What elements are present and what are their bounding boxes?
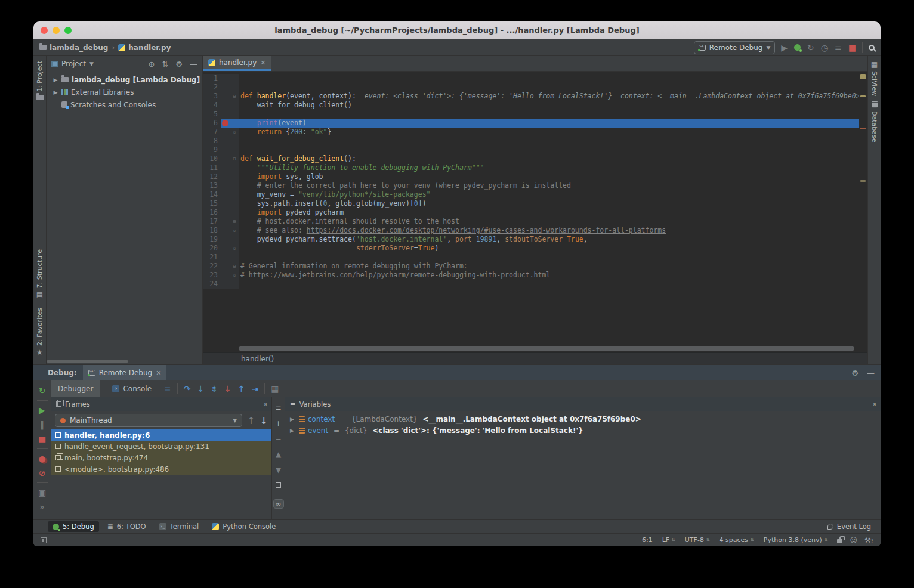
step-out-icon[interactable]: ↑ <box>238 385 245 393</box>
breakpoint-gutter[interactable] <box>221 154 230 163</box>
code-text[interactable]: """Utility function to enable debugging … <box>239 163 859 172</box>
code-text[interactable] <box>239 280 859 289</box>
code-line[interactable]: 23▫# https://www.jetbrains.com/help/pych… <box>203 271 859 280</box>
code-text[interactable]: pydevd_pycharm.settrace('host.docker.int… <box>239 235 859 244</box>
event-log-button[interactable]: Event Log <box>827 522 876 531</box>
fold-marker-icon[interactable]: ▫ <box>230 128 239 137</box>
code-text[interactable]: # host.docker.internal should resolve to… <box>239 217 859 226</box>
view-breakpoints-icon[interactable]: ● <box>38 454 45 463</box>
gear-icon[interactable]: ⚙ <box>851 369 859 377</box>
run-icon[interactable]: ▶ <box>781 44 788 52</box>
code-line[interactable]: 20▫ stderrToServer=True) <box>203 244 859 253</box>
zoom-window-button[interactable] <box>64 27 72 34</box>
step-into-my-code-icon[interactable]: ⇟ <box>211 385 218 393</box>
frame-row[interactable]: main, bootstrap.py:474 <box>51 452 271 463</box>
status-widget-lf[interactable]: LF⇅ <box>662 536 675 544</box>
code-line[interactable]: 15 sys.path.insert(0, glob.glob(my_venv)… <box>203 199 859 208</box>
code-text[interactable]: import sys, glob <box>239 172 859 181</box>
previous-frame-icon[interactable]: ↑ <box>247 415 255 426</box>
status-widget-4-spaces[interactable]: 4 spaces⇅ <box>720 536 754 544</box>
profiler-icon[interactable]: ◷ <box>821 44 828 52</box>
code-line[interactable]: 24 <box>203 280 859 289</box>
scroll-up-icon[interactable]: ▲ <box>276 450 281 459</box>
stop-icon[interactable]: ■ <box>848 44 856 52</box>
close-icon[interactable]: ✕ <box>260 59 265 67</box>
warning-mark[interactable] <box>860 128 866 129</box>
frame-row[interactable]: handle_event_request, bootstrap.py:131 <box>51 441 271 452</box>
expand-arrow-icon[interactable]: ▶ <box>290 416 296 422</box>
variable-row[interactable]: ▶event = {dict} <class 'dict'>: {'messag… <box>285 425 881 436</box>
resume-program-icon[interactable]: ▶ <box>39 406 45 415</box>
breakpoint-gutter[interactable] <box>221 74 230 83</box>
more-icon[interactable]: » <box>39 502 45 512</box>
warning-mark[interactable] <box>860 180 866 182</box>
debug-icon[interactable] <box>794 44 801 52</box>
sidebar-item-database[interactable]: Database <box>870 101 878 143</box>
code-text[interactable]: def handler(event, context): event: <cla… <box>239 92 859 101</box>
caret-position[interactable]: 6:1 <box>642 536 653 544</box>
hide-icon[interactable]: — <box>867 369 875 377</box>
inspections-hector-icon[interactable]: ☺ <box>850 536 857 544</box>
frame-row[interactable]: handler, handler.py:6 <box>51 429 271 441</box>
breakpoint-gutter[interactable] <box>221 217 230 226</box>
run-config-selector[interactable]: Remote Debug ▼ <box>694 41 776 54</box>
warning-mark[interactable] <box>860 95 866 97</box>
code-editor[interactable]: 123⊟def handler(event, context): event: … <box>203 72 859 345</box>
breakpoint-gutter[interactable] <box>221 119 230 128</box>
editor-scroll-column[interactable] <box>859 72 867 345</box>
code-text[interactable] <box>239 253 859 262</box>
breakpoint-gutter[interactable] <box>221 110 230 119</box>
lock-icon[interactable] <box>837 539 842 543</box>
breakpoint-gutter[interactable] <box>221 208 230 217</box>
breakpoint-gutter[interactable] <box>221 235 230 244</box>
rerun-debug-icon[interactable]: ↻ <box>39 386 46 395</box>
status-widget-python-3-8-venv-[interactable]: Python 3.8 (venv)⇅ <box>764 536 828 544</box>
variable-row[interactable]: ▶context = {LambdaContext} <__main__.Lam… <box>285 413 881 425</box>
code-line[interactable]: 14 my_venv = "venv/lib/python*/site-pack… <box>203 190 859 199</box>
breadcrumb-item-lambda_debug[interactable]: lambda_debug <box>39 44 108 52</box>
fold-marker-icon[interactable]: ▫ <box>230 244 239 253</box>
fold-marker-icon[interactable]: ⊟ <box>230 262 239 271</box>
show-watches-icon[interactable]: ∞ <box>273 499 284 509</box>
toolwindow-tab-python-console[interactable]: Python Console <box>207 521 280 532</box>
code-line[interactable]: 16 import pydevd_pycharm <box>203 208 859 217</box>
code-text[interactable]: # enter the correct path here to your ve… <box>239 181 859 190</box>
close-icon[interactable]: ✕ <box>156 369 161 377</box>
code-line[interactable]: 3⊟def handler(event, context): event: <c… <box>203 92 859 101</box>
search-everywhere-icon[interactable] <box>869 45 875 51</box>
code-line[interactable]: 7▫ return {200: "ok"} <box>203 128 859 137</box>
chevron-down-icon[interactable]: ▼ <box>89 61 94 67</box>
pause-program-icon[interactable]: ‖ <box>40 420 44 429</box>
frame-row[interactable]: <module>, bootstrap.py:486 <box>51 463 271 475</box>
tab-console[interactable]: › Console <box>106 380 158 397</box>
step-into-icon[interactable]: ↓ <box>197 385 205 393</box>
code-text[interactable] <box>239 74 859 83</box>
code-text[interactable] <box>239 83 859 92</box>
tree-item[interactable]: Scratches and Consoles <box>47 98 202 111</box>
settings-icon[interactable]: ⚙ <box>175 60 183 69</box>
code-line[interactable]: 22⊟# General information on remote debug… <box>203 262 859 271</box>
editor-hscrollbar[interactable] <box>203 345 867 352</box>
code-line[interactable]: 9 <box>203 146 859 154</box>
status-widget-utf-8[interactable]: UTF-8⇅ <box>685 536 710 544</box>
force-step-into-icon[interactable]: ↓ <box>224 385 231 393</box>
code-text[interactable]: # General information on remote debuggin… <box>239 262 859 271</box>
toolwindow-tab-5-debug[interactable]: 5: Debug <box>48 521 99 532</box>
code-text[interactable]: stderrToServer=True) <box>239 244 859 253</box>
run-with-coverage-icon[interactable]: ↻ <box>807 44 814 52</box>
code-line[interactable]: 8 <box>203 137 859 146</box>
run-configurations-icon[interactable]: ≡ <box>835 44 842 52</box>
watches-menu-icon[interactable]: ≡ <box>275 404 281 412</box>
stop-icon[interactable]: ■ <box>38 434 46 444</box>
code-line[interactable]: 6 print(event) <box>203 119 859 128</box>
expand-arrow-icon[interactable]: ▶ <box>53 77 58 83</box>
code-line[interactable]: 12 import sys, glob <box>203 172 859 181</box>
code-text[interactable]: # https://www.jetbrains.com/help/pycharm… <box>239 271 859 280</box>
breakpoint-gutter[interactable] <box>221 92 230 101</box>
tools-icon[interactable]: ⚒? <box>864 536 873 544</box>
code-line[interactable]: 17⊟ # host.docker.internal should resolv… <box>203 217 859 226</box>
breakpoint-gutter[interactable] <box>221 199 230 208</box>
breadcrumb-item-handler.py[interactable]: handler.py <box>118 44 171 52</box>
expand-arrow-icon[interactable]: ▶ <box>290 428 296 434</box>
breakpoint-gutter[interactable] <box>221 137 230 146</box>
